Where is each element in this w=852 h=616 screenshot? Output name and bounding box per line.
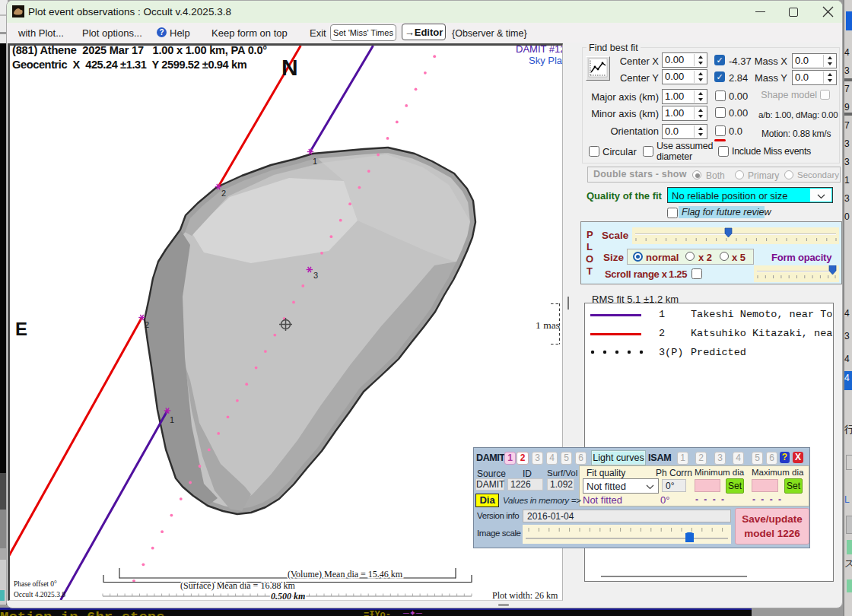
svg-text:Geocentric X 425.24 ±1.31 Y: Geocentric X 425.24 ±1.31 Y 2599.52 ±0.9…	[12, 59, 247, 71]
svg-text:2: 2	[145, 320, 149, 329]
svg-text:Occult 4.2025.3.8: Occult 4.2025.3.8	[14, 591, 65, 599]
svg-text:E: E	[15, 319, 27, 339]
svg-text:Plot width: 26 km: Plot width: 26 km	[492, 590, 558, 600]
svg-text:1: 1	[170, 415, 174, 424]
svg-text:2: 2	[221, 189, 226, 198]
svg-text:0.500 km: 0.500 km	[271, 591, 305, 600]
svg-text:3: 3	[313, 271, 318, 280]
svg-text:Sky Plan: Sky Plan	[529, 55, 562, 66]
svg-text:(Surface) Mean dia = 16.88 km: (Surface) Mean dia = 16.88 km	[180, 580, 295, 591]
svg-text:(881) Athene 2025 Mar 17 1.: (881) Athene 2025 Mar 17 1.00 x 1.00 km,…	[12, 46, 267, 56]
svg-text:N: N	[281, 55, 298, 80]
svg-text:1 mas: 1 mas	[536, 319, 560, 331]
svg-text:1: 1	[313, 157, 317, 166]
svg-text:(Volume) Mean dia = 15.46 km: (Volume) Mean dia = 15.46 km	[288, 569, 403, 579]
svg-text:DAMIT #12: DAMIT #12	[516, 46, 562, 55]
svg-text:Phase offset 0°: Phase offset 0°	[14, 580, 57, 588]
